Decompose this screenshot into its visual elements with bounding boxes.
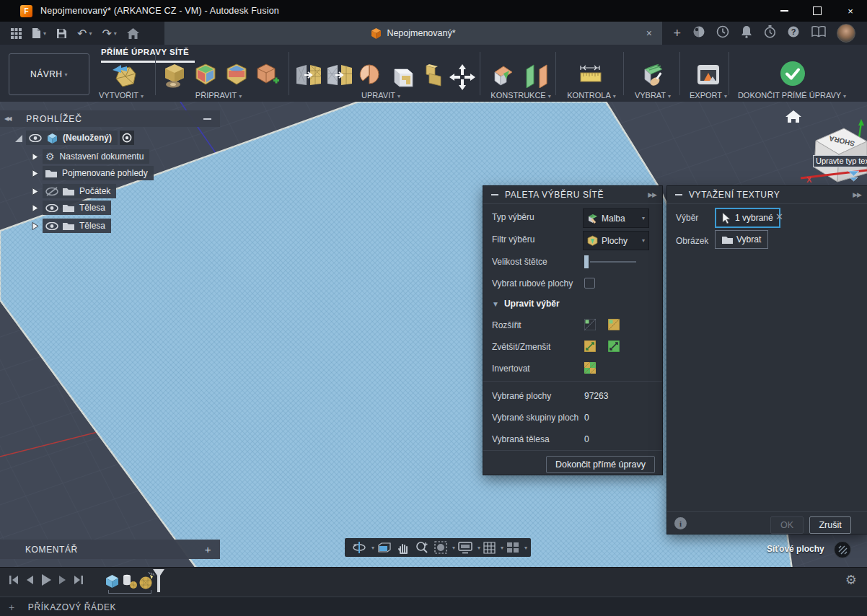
expand-command-line-icon[interactable]: + bbox=[9, 602, 15, 613]
collapse-dialog-icon[interactable] bbox=[675, 194, 682, 195]
ribbon-tab-direct-mesh-edit[interactable]: PŘÍMÉ ÚPRAVY SÍTĚ bbox=[101, 48, 189, 56]
selection-filter-dropdown[interactable]: Plochy ▾ bbox=[583, 231, 649, 250]
shell-icon[interactable] bbox=[389, 63, 413, 91]
pan-hand-icon[interactable] bbox=[397, 542, 410, 554]
display-settings-icon[interactable] bbox=[458, 542, 472, 554]
timeline-go-start-button[interactable] bbox=[9, 575, 19, 585]
save-button[interactable] bbox=[56, 28, 67, 39]
environment-selector[interactable]: NÁVRH ▾ bbox=[9, 53, 89, 95]
help-icon[interactable]: ? bbox=[787, 25, 800, 41]
grow-selection-button[interactable] bbox=[584, 319, 596, 330]
browser-item-origin[interactable]: Počátek bbox=[27, 184, 116, 198]
stopwatch-icon[interactable] bbox=[764, 25, 776, 41]
browser-item-bodies-2[interactable]: Tělesa bbox=[27, 219, 111, 233]
expand-arrow-icon[interactable] bbox=[27, 152, 43, 162]
user-avatar[interactable] bbox=[837, 24, 855, 43]
command-line-bar[interactable]: + PŘÍKAZOVÝ ŘÁDEK bbox=[0, 597, 867, 616]
app-grid-icon[interactable] bbox=[11, 28, 22, 39]
invert-selection-button[interactable] bbox=[584, 362, 596, 374]
caret-down-icon[interactable]: ▾ bbox=[452, 545, 455, 551]
browser-item-document-settings[interactable]: ⚙ Nastavení dokumentu bbox=[27, 149, 149, 164]
caret-down-icon[interactable]: ▾ bbox=[114, 30, 117, 37]
brush-size-slider-track[interactable] bbox=[590, 261, 636, 263]
cancel-button[interactable]: Zrušit bbox=[809, 516, 851, 534]
grow-shrink-button-2[interactable] bbox=[608, 340, 620, 352]
activate-component-radio[interactable] bbox=[120, 131, 134, 145]
caret-down-icon[interactable]: ▾ bbox=[477, 545, 480, 551]
remesh-icon[interactable] bbox=[296, 63, 322, 89]
collapse-panel-icon[interactable]: ◀◀ bbox=[4, 115, 10, 122]
info-icon[interactable]: i bbox=[674, 517, 687, 529]
look-at-icon[interactable] bbox=[377, 542, 392, 553]
add-face-group-icon[interactable] bbox=[256, 63, 279, 89]
extensions-icon[interactable] bbox=[692, 25, 705, 41]
paint-select-icon[interactable] bbox=[639, 63, 664, 91]
timeline-settings-gear-icon[interactable]: ⚙ bbox=[845, 572, 857, 588]
caret-down-icon[interactable]: ▾ bbox=[524, 545, 527, 551]
expand-arrow-icon[interactable] bbox=[27, 169, 43, 178]
texture-dialog-header[interactable]: VYTAŽENÍ TEXTURY ▶▶ bbox=[667, 186, 867, 204]
orbit-icon[interactable] bbox=[352, 541, 366, 554]
timeline-step-forward-button[interactable] bbox=[58, 575, 67, 585]
maximize-button[interactable] bbox=[801, 0, 834, 22]
group-construct[interactable]: KONSTRUKCE▾ bbox=[490, 91, 550, 100]
group-select[interactable]: VYBRAT▾ bbox=[635, 91, 671, 100]
timeline-play-button[interactable] bbox=[40, 573, 52, 586]
move-icon[interactable] bbox=[449, 63, 476, 94]
undo-button[interactable]: ↶ ▾ bbox=[77, 27, 92, 40]
edit-selection-section[interactable]: ▼ Upravit výběr bbox=[492, 299, 560, 309]
reduce-icon[interactable] bbox=[327, 63, 353, 89]
ok-button[interactable]: OK bbox=[770, 516, 804, 534]
expand-arrow-icon[interactable] bbox=[27, 187, 43, 196]
create-mesh-icon[interactable] bbox=[110, 63, 138, 92]
expand-triangle-icon[interactable] bbox=[10, 133, 26, 143]
browser-item-bodies-1[interactable]: Tělesa bbox=[27, 201, 111, 215]
repair-mesh-icon[interactable] bbox=[164, 63, 185, 91]
selection-type-dropdown[interactable]: Malba ▾ bbox=[583, 208, 649, 228]
smooth-icon[interactable] bbox=[358, 63, 380, 89]
add-comment-icon[interactable]: + bbox=[205, 543, 211, 555]
timeline-feature-base-body[interactable] bbox=[105, 574, 119, 591]
notifications-bell-icon[interactable] bbox=[741, 25, 752, 41]
new-tab-button[interactable]: + bbox=[674, 26, 682, 41]
group-prepare[interactable]: PŘIPRAVIT▾ bbox=[195, 91, 242, 100]
comment-bar[interactable]: KOMENTÁŘ + bbox=[0, 540, 220, 559]
visibility-eye-icon[interactable] bbox=[45, 222, 58, 230]
selection-chip[interactable]: 1 vybrané bbox=[715, 208, 780, 228]
learning-book-icon[interactable] bbox=[811, 26, 826, 40]
close-tab-icon[interactable]: × bbox=[646, 27, 652, 39]
caret-down-icon[interactable]: ▾ bbox=[89, 30, 92, 37]
midplane-icon[interactable] bbox=[524, 63, 551, 91]
zoom-icon[interactable] bbox=[415, 541, 428, 554]
group-export[interactable]: EXPORT▾ bbox=[690, 91, 727, 100]
finish-direct-edit-button[interactable]: Dokončit přímé úpravy bbox=[546, 456, 655, 473]
browser-panel-header[interactable]: ◀◀ PROHLÍŽEČ bbox=[0, 110, 220, 127]
caret-down-icon[interactable]: ▾ bbox=[43, 30, 46, 37]
finish-check-icon[interactable] bbox=[780, 61, 806, 89]
group-create[interactable]: VYTVOŘIT▾ bbox=[99, 91, 144, 100]
generate-face-groups-icon[interactable] bbox=[226, 63, 247, 89]
document-tab[interactable]: Nepojmenovaný* × bbox=[164, 22, 662, 45]
construction-plane-icon[interactable] bbox=[490, 63, 519, 89]
grow-all-button[interactable] bbox=[608, 319, 620, 330]
group-modify[interactable]: UPRAVIT▾ bbox=[361, 91, 400, 100]
visibility-eye-icon[interactable] bbox=[29, 134, 42, 142]
export-icon[interactable] bbox=[696, 63, 721, 89]
expand-arrow-icon[interactable] bbox=[27, 203, 43, 213]
close-button[interactable]: × bbox=[834, 0, 867, 22]
browser-item-named-views[interactable]: Pojmenované pohledy bbox=[27, 166, 154, 180]
mesh-faces-badge-icon[interactable] bbox=[834, 541, 851, 558]
visibility-eye-icon[interactable] bbox=[45, 204, 58, 212]
combine-icon[interactable] bbox=[419, 63, 444, 91]
new-file-button[interactable]: ▾ bbox=[32, 27, 46, 39]
expand-dialog-icon[interactable]: ▶▶ bbox=[648, 191, 656, 198]
minimize-panel-icon[interactable] bbox=[203, 118, 211, 120]
clear-selection-icon[interactable]: ✕ bbox=[775, 211, 783, 222]
expand-dialog-icon[interactable]: ▶▶ bbox=[853, 191, 861, 198]
brush-size-slider-handle[interactable] bbox=[584, 255, 589, 268]
redo-button[interactable]: ↷ ▾ bbox=[102, 27, 116, 40]
grow-shrink-button-1[interactable] bbox=[584, 340, 596, 352]
minimize-button[interactable] bbox=[767, 0, 801, 22]
image-select-button[interactable]: Vybrat bbox=[715, 230, 768, 249]
palette-header[interactable]: PALETA VÝBĚRU SÍTĚ ▶▶ bbox=[483, 186, 662, 204]
